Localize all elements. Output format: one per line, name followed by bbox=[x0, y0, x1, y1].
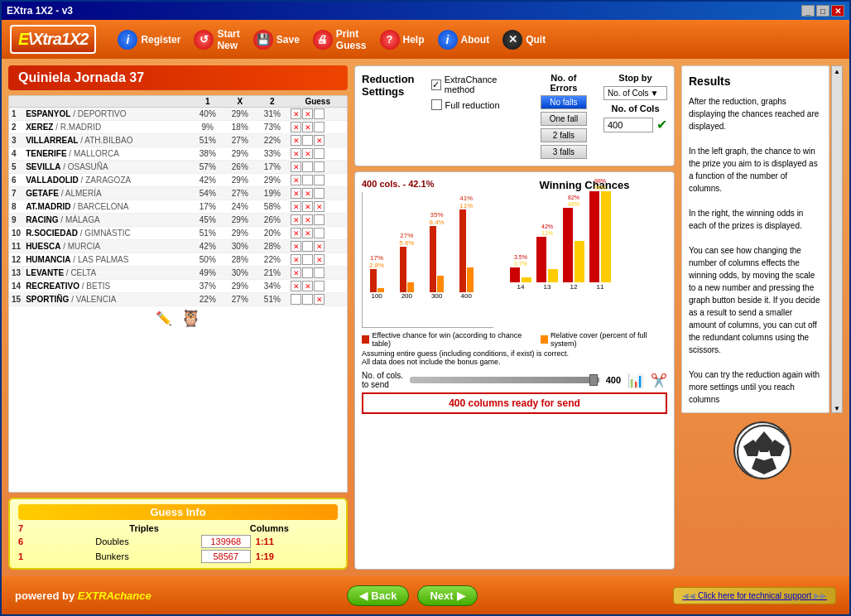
stopby-select[interactable]: No. of Cols ▼ bbox=[603, 86, 667, 100]
guess-x[interactable] bbox=[302, 161, 313, 172]
start-new-button[interactable]: ↺ StartNew bbox=[189, 26, 244, 53]
save-button[interactable]: 💾 Save bbox=[248, 28, 305, 51]
guess-x[interactable] bbox=[302, 175, 313, 185]
guess-x[interactable] bbox=[302, 254, 313, 265]
print-guess-button[interactable]: 🖨 PrintGuess bbox=[308, 26, 372, 53]
results-p4: You can see how changing the number of c… bbox=[689, 244, 822, 356]
next-button[interactable]: Next ▶ bbox=[417, 585, 477, 606]
guess-2[interactable]: ✕ bbox=[314, 294, 325, 305]
guess-x[interactable] bbox=[302, 135, 313, 146]
guess-2[interactable] bbox=[314, 148, 325, 159]
nocols-input[interactable] bbox=[603, 118, 653, 132]
guess-2[interactable] bbox=[314, 281, 325, 291]
col-header-triples: Triples bbox=[95, 523, 193, 533]
match-p2: 51% bbox=[256, 293, 288, 306]
guess-2[interactable] bbox=[314, 214, 325, 225]
doubles-columns-input[interactable] bbox=[201, 535, 251, 548]
extrachance-label: ExtraChance method bbox=[445, 75, 524, 94]
guess-x[interactable]: ✕ bbox=[302, 281, 313, 291]
guess-2[interactable] bbox=[314, 122, 325, 132]
table-row: 9 RACING / MÁLAGA 45% 29% 26% ✕ ✕ bbox=[9, 214, 347, 227]
match-num: 10 bbox=[9, 227, 23, 240]
fullreduction-checkbox[interactable] bbox=[431, 99, 442, 110]
guess-2[interactable] bbox=[314, 108, 325, 119]
guess-1[interactable]: ✕ bbox=[291, 122, 301, 132]
guess-x[interactable] bbox=[302, 294, 313, 305]
guess-2[interactable]: ✕ bbox=[314, 201, 325, 212]
guess-1[interactable]: ✕ bbox=[291, 135, 301, 146]
guess-1[interactable]: ✕ bbox=[291, 267, 301, 278]
tech-support-button[interactable]: ◀◀ Click here for technical support ▶▶ bbox=[673, 587, 836, 604]
extrachance-checkbox[interactable] bbox=[431, 79, 441, 90]
guess-2[interactable] bbox=[314, 188, 325, 199]
guess-1[interactable]: ✕ bbox=[291, 281, 301, 291]
guess-2[interactable] bbox=[314, 228, 325, 238]
minimize-button[interactable]: _ bbox=[801, 5, 815, 17]
guess-1[interactable]: ✕ bbox=[291, 188, 301, 199]
match-p2: 58% bbox=[256, 200, 288, 214]
scrollbar[interactable]: ▲ ▼ bbox=[831, 65, 843, 413]
one-fall-btn[interactable]: One fall bbox=[541, 112, 587, 126]
back-button[interactable]: ◀ Back bbox=[347, 585, 409, 606]
about-button[interactable]: i About bbox=[433, 28, 495, 51]
table-row: 12 HUMANCIA / LAS PALMAS 50% 28% 22% ✕ ✕ bbox=[9, 253, 347, 267]
guess-1[interactable]: ✕ bbox=[291, 161, 301, 172]
bunkers-columns-input[interactable] bbox=[201, 550, 251, 563]
guess-x[interactable]: ✕ bbox=[302, 122, 313, 132]
guess-1[interactable]: ✕ bbox=[291, 241, 301, 252]
guess-x[interactable]: ✕ bbox=[302, 188, 313, 199]
guess-2[interactable]: ✕ bbox=[314, 241, 325, 252]
guess-1[interactable]: ✕ bbox=[291, 214, 301, 225]
match-guess: ✕ bbox=[288, 267, 347, 280]
match-p1: 42% bbox=[191, 174, 224, 187]
table-row: 8 AT.MADRID / BARCELONA 17% 24% 58% ✕ ✕ … bbox=[9, 200, 347, 214]
guess-x[interactable] bbox=[302, 267, 313, 278]
guess-x[interactable]: ✕ bbox=[302, 214, 313, 225]
no-falls-btn[interactable]: No falls bbox=[541, 95, 587, 109]
send-slider[interactable] bbox=[410, 377, 599, 383]
guess-2[interactable] bbox=[314, 175, 325, 185]
match-guess: ✕ ✕ bbox=[288, 121, 347, 134]
quit-button[interactable]: ✕ Quit bbox=[498, 28, 551, 51]
help-button[interactable]: ? Help bbox=[375, 28, 430, 51]
guess-2[interactable]: ✕ bbox=[314, 135, 325, 146]
footer: powered by EXTRAchance ◀ Back Next ▶ ◀◀ … bbox=[2, 576, 849, 614]
guess-x[interactable]: ✕ bbox=[302, 148, 313, 159]
match-guess: ✕ ✕ bbox=[288, 108, 347, 121]
guess-x[interactable]: ✕ bbox=[302, 228, 313, 238]
match-teams: XEREZ / R.MADRID bbox=[23, 121, 191, 134]
close-button[interactable]: ✕ bbox=[831, 5, 844, 17]
guess-2[interactable] bbox=[314, 267, 325, 278]
guess-1[interactable]: ✕ bbox=[291, 148, 301, 159]
match-p1: 50% bbox=[191, 253, 224, 267]
guess-1[interactable]: ✕ bbox=[291, 228, 301, 238]
table-row: 1 ESPANYOL / DEPORTIVO 40% 29% 31% ✕ ✕ bbox=[9, 108, 347, 121]
chart-note-1: Assuming entire guess (including conditi… bbox=[362, 349, 667, 358]
bar-chart-icon[interactable]: 📊 bbox=[627, 373, 644, 388]
guess-1[interactable]: ✕ bbox=[291, 108, 301, 119]
guess-1[interactable]: ✕ bbox=[291, 201, 301, 212]
guess-info-title: Guess Info bbox=[18, 504, 338, 520]
guess-1[interactable] bbox=[291, 294, 301, 305]
reduction-settings-panel: ReductionSettings ExtraChance method Ful… bbox=[354, 65, 675, 166]
pencil-icon[interactable]: ✏️ bbox=[156, 310, 172, 326]
guess-2[interactable] bbox=[314, 161, 325, 172]
guess-2[interactable]: ✕ bbox=[314, 254, 325, 265]
guess-x[interactable]: ✕ bbox=[302, 201, 313, 212]
guess-1[interactable]: ✕ bbox=[291, 175, 301, 185]
maximize-button[interactable]: □ bbox=[816, 5, 829, 17]
three-falls-btn[interactable]: 3 falls bbox=[541, 145, 587, 159]
two-falls-btn[interactable]: 2 falls bbox=[541, 128, 587, 142]
tech-support-arrows-left: ◀◀ bbox=[682, 591, 695, 600]
match-num: 4 bbox=[9, 147, 23, 161]
guess-x[interactable] bbox=[302, 241, 313, 252]
scroll-up-icon[interactable]: ▲ bbox=[834, 68, 840, 75]
save-icon: 💾 bbox=[253, 30, 273, 50]
match-px: 29% bbox=[224, 147, 256, 161]
scroll-down-icon[interactable]: ▼ bbox=[834, 405, 840, 412]
scissors-icon[interactable]: ✂️ bbox=[651, 373, 667, 388]
guess-1[interactable]: ✕ bbox=[291, 254, 301, 265]
chart-row: 400 cols. - 42.1% 17% 2.8% bbox=[362, 179, 667, 328]
register-button[interactable]: i Register bbox=[113, 28, 185, 51]
guess-x[interactable]: ✕ bbox=[302, 108, 313, 119]
